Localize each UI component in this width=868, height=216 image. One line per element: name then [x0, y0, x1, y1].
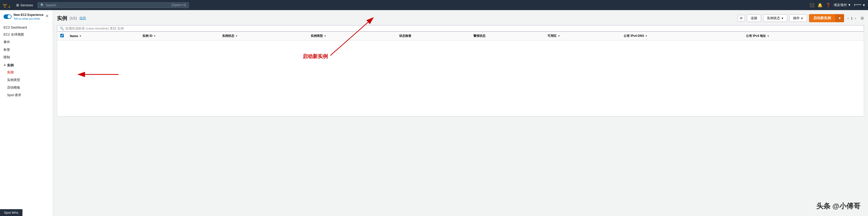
sidebar-item-label: 标签 — [3, 48, 10, 52]
connect-button[interactable]: 连接 — [747, 14, 761, 22]
filter-input[interactable] — [65, 27, 861, 30]
page-title: 实例 — [57, 15, 67, 22]
chevron-down-icon: ▼ — [801, 17, 803, 20]
refresh-icon: ⟳ — [740, 17, 743, 20]
sidebar-item-tags[interactable]: 标签 — [0, 46, 53, 54]
top-nav: aws ⊞ Services 🔍 [Option+S] ⬛ 🔔 ❓ 俄亥俄州 ▼… — [0, 0, 868, 10]
nav-right: ⬛ 🔔 ❓ 俄亥俄州 ▼ f***** ▼ — [809, 3, 866, 7]
section-label: 实例 — [7, 63, 13, 68]
search-icon: 🔍 — [60, 27, 64, 30]
col-az-label: 可用区 — [548, 34, 557, 38]
sidebar-item-ec2-global[interactable]: EC2 全球视图 — [0, 31, 53, 38]
main-content: 实例 (1/1) 信息 ⟳ 连接 实例状态 ▼ 操作 ▼ — [53, 10, 868, 216]
connect-label: 连接 — [751, 16, 757, 21]
bottom-bar: Spot WAx — [0, 209, 23, 216]
th-instance-type: 实例类型 ▼ — [308, 32, 396, 40]
page-header: 实例 (1/1) 信息 ⟳ 连接 实例状态 ▼ 操作 ▼ — [57, 14, 864, 22]
table-settings-icon[interactable]: ⚙ — [861, 16, 864, 21]
services-button[interactable]: ⊞ Services — [14, 2, 35, 8]
col-alarm-status-label: 警报状态 — [473, 34, 486, 38]
sidebar-item-limits[interactable]: 限制 — [0, 54, 53, 61]
sidebar-item-label: 限制 — [3, 55, 10, 60]
instance-state-label: 实例状态 — [767, 16, 780, 21]
sidebar-item-events[interactable]: 事件 — [0, 38, 53, 46]
page-number: 1 — [851, 17, 852, 20]
launch-arrow-button[interactable]: ▼ — [835, 14, 844, 22]
sidebar-item-label: EC2 全球视图 — [3, 32, 24, 37]
bell-icon[interactable]: 🔔 — [817, 3, 823, 7]
sort-icon[interactable]: ▼ — [558, 35, 560, 37]
col-instance-id-label: 实例 ID — [143, 34, 152, 38]
sidebar-item-launch-templates[interactable]: 启动模板 — [0, 84, 53, 91]
sidebar-item-label: 事件 — [3, 40, 10, 44]
select-all-checkbox[interactable] — [60, 34, 64, 37]
info-link[interactable]: 信息 — [80, 16, 86, 21]
th-status-check: 状态检查 — [396, 32, 470, 40]
grid-icon: ⊞ — [16, 3, 19, 7]
th-instance-state: 实例状态 ▼ — [219, 32, 308, 40]
sidebar-item-spot-requests[interactable]: Spot 请求 — [0, 91, 53, 99]
actions-label: 操作 — [793, 16, 800, 21]
sort-icon[interactable]: ▼ — [235, 35, 238, 37]
header-actions: ⟳ 连接 实例状态 ▼ 操作 ▼ 启动新实例 — [738, 14, 864, 22]
th-public-ip: 公有 IPv4 地址 ▼ — [743, 32, 864, 40]
actions-button[interactable]: 操作 ▼ — [789, 14, 807, 22]
th-name: Name ▼ — [67, 32, 140, 40]
table-header-row: Name ▼ 实例 ID ▼ 实例状态 — [57, 32, 864, 40]
sidebar-header: New EC2 Experience Tell us what you thin… — [0, 10, 53, 23]
search-input[interactable] — [46, 3, 170, 7]
sidebar-item-ec2-dashboard[interactable]: EC2 Dashboard — [0, 24, 53, 31]
th-public-dns: 公有 IPv4 DNS ▼ — [621, 32, 743, 40]
bottom-bar-text: Spot WAx — [4, 211, 19, 215]
sidebar-nav: EC2 Dashboard EC2 全球视图 事件 标签 限制 ▼ 实例 实例 — [0, 23, 53, 100]
sort-icon[interactable]: ▼ — [645, 35, 648, 37]
launch-label: 启动新实例 — [813, 16, 831, 20]
aws-logo[interactable]: aws — [2, 2, 11, 8]
chevron-down-icon: ▼ — [781, 17, 783, 20]
experience-toggle[interactable] — [3, 14, 11, 19]
chevron-down-icon: ▼ — [838, 17, 841, 20]
sidebar-item-instance-types[interactable]: 实例类型 — [0, 76, 53, 84]
sort-icon[interactable]: ▼ — [767, 35, 769, 37]
instances-table-container: Name ▼ 实例 ID ▼ 实例状态 — [57, 32, 864, 117]
sort-icon[interactable]: ▼ — [154, 35, 156, 37]
services-label: Services — [21, 3, 33, 7]
launch-split-button: 启动新实例 ▼ — [809, 14, 844, 22]
sidebar-item-label: 实例类型 — [7, 78, 20, 82]
th-checkbox — [57, 32, 67, 40]
instance-state-button[interactable]: 实例状态 ▼ — [763, 14, 787, 22]
col-instance-state-label: 实例状态 — [222, 34, 234, 38]
sidebar-section-instances[interactable]: ▼ 实例 — [0, 61, 53, 69]
th-alarm-status: 警报状态 — [470, 32, 545, 40]
col-name-label: Name — [70, 34, 78, 38]
experience-title: New EC2 Experience — [13, 13, 43, 17]
search-shortcut: [Option+S] — [172, 3, 186, 7]
sidebar-item-instances[interactable]: 实例 — [0, 69, 53, 76]
col-public-dns-label: 公有 IPv4 DNS — [624, 34, 644, 38]
col-public-ip-label: 公有 IPv4 地址 — [746, 34, 766, 38]
pagination: ‹ 1 › ⚙ — [846, 16, 864, 21]
region-selector[interactable]: 俄亥俄州 ▼ — [834, 3, 851, 7]
help-icon[interactable]: ❓ — [826, 3, 831, 7]
sort-icon[interactable]: ▼ — [324, 35, 326, 37]
search-icon: 🔍 — [40, 3, 44, 7]
sort-icon[interactable]: ▼ — [79, 35, 82, 37]
next-page-button[interactable]: › — [854, 16, 858, 21]
page-count: (1/1) — [70, 16, 77, 20]
filter-bar: 🔍 — [57, 25, 864, 32]
account-selector[interactable]: f***** ▼ — [854, 3, 866, 7]
sidebar-item-label: EC2 Dashboard — [3, 26, 27, 29]
experience-toggle-area: New EC2 Experience Tell us what you thin… — [3, 13, 43, 20]
refresh-button[interactable]: ⟳ — [738, 15, 745, 22]
chevron-down-icon: ▼ — [3, 64, 6, 67]
instances-table: Name ▼ 实例 ID ▼ 实例状态 — [57, 32, 864, 116]
th-availability-zone: 可用区 ▼ — [545, 32, 621, 40]
launch-button[interactable]: 启动新实例 — [809, 14, 835, 22]
col-instance-type-label: 实例类型 — [311, 34, 323, 38]
sidebar-item-label: 实例 — [7, 70, 13, 75]
sidebar-close-icon[interactable]: ✕ — [45, 13, 49, 19]
prev-page-button[interactable]: ‹ — [846, 16, 850, 21]
col-status-check-label: 状态检查 — [399, 34, 411, 38]
experience-link[interactable]: Tell us what you think — [13, 17, 43, 20]
terminal-icon[interactable]: ⬛ — [809, 3, 814, 7]
